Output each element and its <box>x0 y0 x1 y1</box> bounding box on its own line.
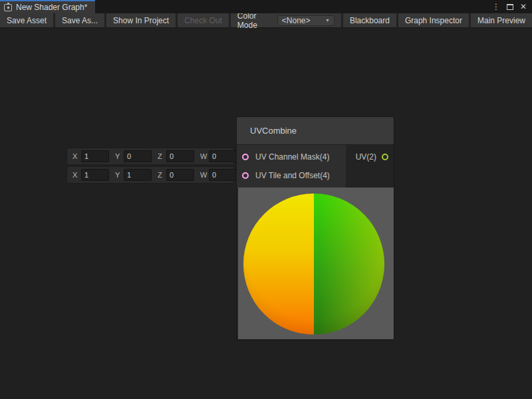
vector-field-y: Y <box>115 169 152 181</box>
sphere-shading <box>243 194 384 334</box>
node-preview <box>238 188 394 339</box>
vector-x-input[interactable] <box>81 150 109 162</box>
tab-bar: New Shader Graph* ⋮ ✕ <box>0 0 532 13</box>
vector-y-input[interactable] <box>124 150 152 162</box>
output-port-row-uv: UV(2) <box>346 148 394 166</box>
shader-graph-window: New Shader Graph* ⋮ ✕ Save Asset Save As… <box>0 0 532 399</box>
check-out-button[interactable]: Check Out <box>178 13 229 27</box>
more-menu-icon[interactable]: ⋮ <box>492 3 500 11</box>
color-mode-dropdown[interactable]: <None> ▼ <box>277 15 334 26</box>
axis-label-y: Y <box>115 171 121 179</box>
graph-inspector-button[interactable]: Graph Inspector <box>398 13 469 27</box>
vector4-input-row-2[interactable]: X Y Z W <box>66 166 234 184</box>
output-port-label: UV(2) <box>356 152 376 162</box>
input-port-label: UV Tile and Offset(4) <box>255 171 330 180</box>
node-header[interactable]: UVCombine <box>237 117 394 145</box>
input-port-icon[interactable] <box>242 154 249 160</box>
tab-title: New Shader Graph* <box>16 3 87 12</box>
node-title: UVCombine <box>250 126 297 136</box>
chevron-down-icon: ▼ <box>325 18 330 23</box>
vector-field-z: Z <box>158 150 194 162</box>
color-mode-group: Color Mode <None> ▼ <box>231 13 341 27</box>
vector-field-w: W <box>200 169 237 181</box>
color-mode-label: Color Mode <box>237 11 272 30</box>
vector-field-y: Y <box>115 150 152 162</box>
show-in-project-button[interactable]: Show In Project <box>106 13 176 27</box>
vector-z-input[interactable] <box>166 150 194 162</box>
input-port-row-uv-channel-mask: UV Channel Mask(4) <box>237 148 346 166</box>
uv-preview-sphere <box>243 194 384 334</box>
graph-toolbar: Save Asset Save As... Show In Project Ch… <box>0 13 532 28</box>
vector-y-input[interactable] <box>124 169 152 181</box>
axis-label-w: W <box>200 152 206 160</box>
close-icon[interactable]: ✕ <box>520 3 527 11</box>
vector-field-z: Z <box>158 169 194 181</box>
input-port-icon[interactable] <box>242 172 249 179</box>
axis-label-y: Y <box>115 152 121 160</box>
node-inputs-panel: UV Channel Mask(4) UV Tile and Offset(4) <box>237 145 346 188</box>
node-port-section: UV Channel Mask(4) UV Tile and Offset(4)… <box>237 145 394 188</box>
vector-w-input[interactable] <box>209 169 237 181</box>
window-controls: ⋮ ✕ <box>492 0 532 13</box>
vector-field-x: X <box>72 150 109 162</box>
vector-field-w: W <box>200 150 237 162</box>
vector-z-input[interactable] <box>166 169 194 181</box>
axis-label-z: Z <box>158 152 164 160</box>
vector-field-x: X <box>72 169 109 181</box>
vector-x-input[interactable] <box>81 169 109 181</box>
main-preview-button[interactable]: Main Preview <box>471 13 532 27</box>
vector4-input-row-1[interactable]: X Y Z W <box>66 148 234 165</box>
axis-label-z: Z <box>158 171 164 179</box>
node-outputs-panel: UV(2) <box>346 145 394 188</box>
input-port-label: UV Channel Mask(4) <box>255 152 329 162</box>
graph-canvas[interactable]: X Y Z W X Y <box>0 28 532 399</box>
output-port-icon[interactable] <box>382 154 388 160</box>
vector-w-input[interactable] <box>209 150 237 162</box>
blackboard-button[interactable]: Blackboard <box>343 13 396 27</box>
save-asset-button[interactable]: Save Asset <box>0 13 53 27</box>
axis-label-x: X <box>72 152 78 160</box>
maximize-icon[interactable] <box>507 4 513 10</box>
axis-label-w: W <box>200 171 206 179</box>
color-mode-value: <None> <box>282 16 311 25</box>
node-uvcombine[interactable]: UVCombine UV Channel Mask(4) UV Tile and… <box>236 116 394 340</box>
shader-graph-asset-icon <box>4 4 12 11</box>
axis-label-x: X <box>72 171 78 179</box>
save-as-button[interactable]: Save As... <box>55 13 104 27</box>
tab-new-shader-graph[interactable]: New Shader Graph* <box>0 0 95 13</box>
input-port-row-uv-tile-offset: UV Tile and Offset(4) <box>237 166 346 185</box>
